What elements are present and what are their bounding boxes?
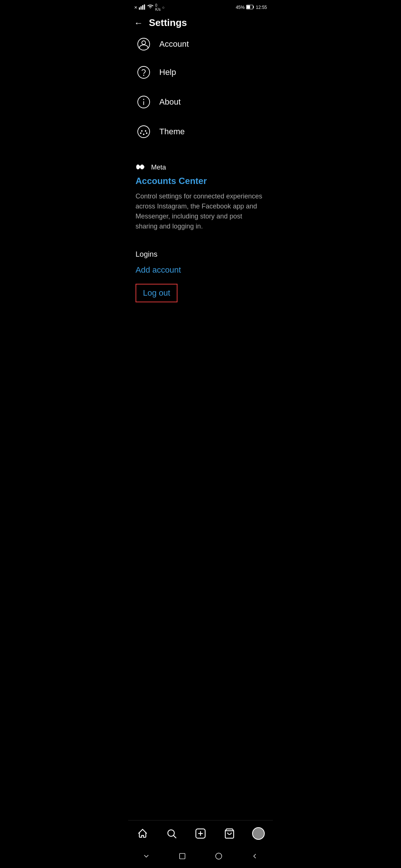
svg-rect-0 xyxy=(139,7,140,10)
svg-point-7 xyxy=(142,41,146,45)
svg-point-12 xyxy=(143,99,144,100)
logins-label: Logins xyxy=(136,250,265,259)
svg-point-14 xyxy=(141,130,143,132)
svg-rect-2 xyxy=(142,5,143,10)
status-bar: ✕ 0K/s ○ 45% 12:55 xyxy=(128,0,273,13)
svg-point-15 xyxy=(145,130,146,132)
svg-rect-3 xyxy=(144,4,145,10)
data-speed: 0K/s xyxy=(155,3,160,11)
settings-list: Account Help About xyxy=(128,34,273,147)
theme-label: Theme xyxy=(159,127,185,137)
svg-rect-1 xyxy=(141,6,142,10)
header: ← Settings xyxy=(128,13,273,34)
status-right: 45% 12:55 xyxy=(236,5,267,10)
settings-item-theme[interactable]: Theme xyxy=(128,117,273,147)
meta-label: Meta xyxy=(151,164,166,171)
page-title: Settings xyxy=(149,17,187,29)
theme-icon xyxy=(136,124,152,140)
section-spacer xyxy=(128,147,273,155)
meta-section: Meta Accounts Center Control settings fo… xyxy=(128,155,273,243)
help-icon xyxy=(136,64,152,80)
status-left: ✕ 0K/s ○ xyxy=(134,3,164,11)
accounts-center-link[interactable]: Accounts Center xyxy=(136,176,265,186)
svg-point-8 xyxy=(138,66,150,78)
log-out-button[interactable]: Log out xyxy=(136,284,177,302)
about-icon xyxy=(136,94,152,110)
add-account-button[interactable]: Add account xyxy=(136,265,265,275)
settings-content: Account Help About xyxy=(128,34,273,354)
meta-logo-row: Meta xyxy=(136,163,265,172)
battery-percent: 45% xyxy=(236,5,245,10)
time: 12:55 xyxy=(256,5,267,10)
logins-section: Logins Add account Log out xyxy=(128,243,273,310)
svg-point-17 xyxy=(146,132,147,134)
svg-point-13 xyxy=(138,126,150,138)
settings-item-help[interactable]: Help xyxy=(128,57,273,87)
svg-point-9 xyxy=(143,75,144,76)
account-label: Account xyxy=(159,39,189,49)
meta-description: Control settings for connected experienc… xyxy=(136,191,265,231)
svg-point-16 xyxy=(140,132,141,134)
wifi-icon xyxy=(147,4,154,10)
signal-icon: ✕ xyxy=(134,5,137,10)
notification-dot: ○ xyxy=(162,5,164,10)
account-icon xyxy=(136,36,152,52)
battery-icon xyxy=(246,5,254,10)
settings-item-about[interactable]: About xyxy=(128,87,273,117)
meta-logo-icon xyxy=(136,163,148,172)
signal-bars xyxy=(139,4,146,10)
settings-item-account[interactable]: Account xyxy=(128,34,273,57)
about-label: About xyxy=(159,97,181,107)
svg-rect-5 xyxy=(247,5,250,9)
svg-point-18 xyxy=(143,134,144,135)
back-button[interactable]: ← xyxy=(134,18,143,28)
help-label: Help xyxy=(159,68,176,77)
